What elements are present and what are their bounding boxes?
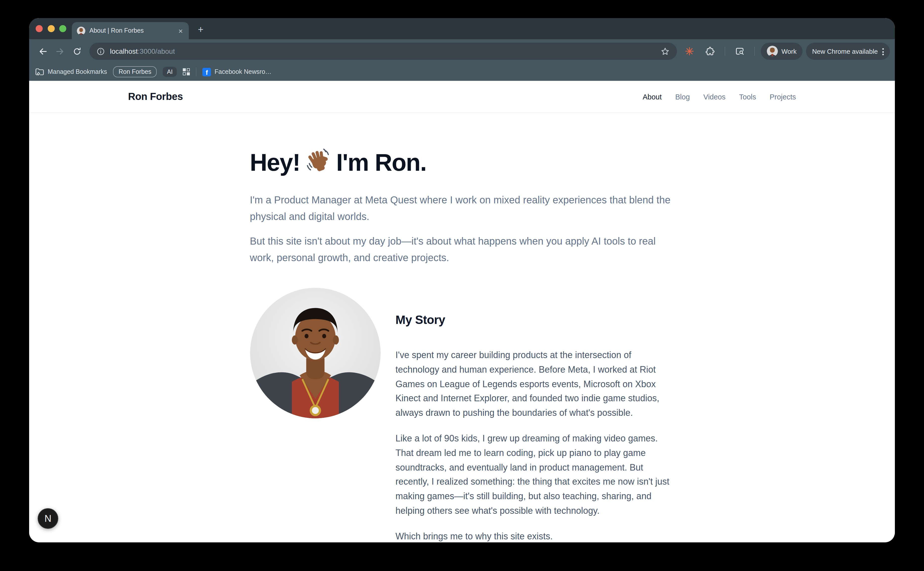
back-button[interactable] (34, 43, 51, 60)
forward-arrow-icon (54, 46, 65, 57)
nav-link-tools[interactable]: Tools (739, 93, 756, 101)
tab-close-icon[interactable]: × (177, 27, 184, 34)
ai-bookmark-chip[interactable]: AI (163, 67, 177, 77)
back-arrow-icon (37, 46, 48, 57)
extension-starburst-button[interactable] (681, 43, 698, 60)
bookmarks-bar: Managed Bookmarks Ron Forbes AI f Facebo… (29, 63, 895, 81)
url-host: localhost (110, 47, 138, 55)
browser-window: About | Ron Forbes × + localhost:3000/ab… (29, 18, 895, 542)
site-header: Ron Forbes About Blog Videos Tools Proje… (29, 81, 895, 113)
managed-bookmarks-folder[interactable]: Managed Bookmarks (35, 68, 107, 76)
tab-search-icon (735, 46, 745, 56)
starburst-extension-icon (685, 46, 694, 56)
reload-button[interactable] (68, 43, 85, 60)
story-paragraph: Which brings me to why this site exists. (395, 529, 674, 542)
more-menu-icon[interactable] (881, 47, 884, 55)
update-label: New Chrome available (812, 48, 878, 55)
toolbar-icons: Work New Chrome available (681, 43, 890, 60)
hero-heading: Hey! (250, 146, 674, 179)
story-section: My Story I've spent my career building p… (250, 288, 674, 542)
profile-button[interactable]: Work (761, 43, 802, 60)
hero-intro: I'm a Product Manager at Meta Quest wher… (250, 192, 674, 265)
url-path: :3000/about (138, 47, 175, 55)
toolbar-divider (725, 47, 725, 56)
bookmark-facebook[interactable]: f Facebook Newsro… (203, 68, 271, 76)
intro-paragraph: But this site isn't about my day job—it'… (250, 233, 674, 265)
nav-link-blog[interactable]: Blog (675, 93, 690, 101)
site-brand[interactable]: Ron Forbes (128, 91, 183, 102)
story-column: My Story I've spent my career building p… (395, 288, 674, 542)
profile-label: Work (781, 48, 796, 55)
tab-favicon (77, 26, 85, 35)
browser-tab[interactable]: About | Ron Forbes × (72, 22, 189, 39)
facebook-bookmark-label: Facebook Newsro… (215, 68, 271, 75)
story-paragraph: Like a lot of 90s kids, I grew up dreami… (395, 431, 674, 518)
chrome-update-button[interactable]: New Chrome available (806, 43, 890, 60)
site-info-icon[interactable] (96, 47, 105, 56)
hero-title-pre: Hey! (250, 149, 300, 176)
facebook-icon: f (203, 68, 211, 76)
tab-title: About | Ron Forbes (89, 27, 177, 34)
waving-hand-icon (305, 147, 332, 180)
window-controls (29, 25, 66, 32)
zoom-window-button[interactable] (59, 25, 66, 32)
star-icon (660, 46, 670, 56)
nav-link-videos[interactable]: Videos (703, 93, 725, 101)
new-tab-button[interactable]: + (198, 25, 204, 34)
bookmarks-divider (196, 67, 197, 76)
webpage: Ron Forbes About Blog Videos Tools Proje… (29, 81, 895, 542)
intro-paragraph: I'm a Product Manager at Meta Quest wher… (250, 192, 674, 224)
tab-group-chip[interactable]: Ron Forbes (113, 66, 157, 77)
story-paragraph: I've spent my career building products a… (395, 348, 674, 420)
close-window-button[interactable] (35, 25, 43, 32)
apps-grid-icon[interactable] (183, 68, 190, 76)
site-nav: About Blog Videos Tools Projects (643, 93, 796, 101)
reload-icon (72, 46, 82, 56)
nav-link-projects[interactable]: Projects (770, 93, 796, 101)
url-text: localhost:3000/about (110, 47, 175, 55)
profile-photo (250, 288, 380, 418)
forward-button[interactable] (51, 43, 68, 60)
address-bar[interactable]: localhost:3000/about (89, 43, 677, 60)
minimize-window-button[interactable] (48, 25, 54, 32)
bookmark-star-button[interactable] (660, 46, 670, 56)
about-article: Hey! (250, 113, 674, 542)
screen: About | Ron Forbes × + localhost:3000/ab… (0, 0, 924, 571)
managed-folder-icon (35, 68, 44, 76)
tab-strip: About | Ron Forbes × + (29, 18, 895, 39)
story-heading: My Story (395, 313, 674, 327)
nav-link-about[interactable]: About (643, 93, 662, 101)
profile-avatar (767, 46, 778, 57)
managed-bookmarks-label: Managed Bookmarks (48, 68, 107, 75)
puzzle-piece-icon (705, 46, 715, 56)
hero-title-post: I'm Ron. (336, 149, 426, 176)
tab-search-button[interactable] (731, 43, 748, 60)
extensions-button[interactable] (702, 43, 719, 60)
nextjs-devtools-badge[interactable]: N (38, 508, 58, 529)
browser-toolbar: localhost:3000/about (29, 39, 895, 63)
toolbar-divider (754, 47, 755, 56)
